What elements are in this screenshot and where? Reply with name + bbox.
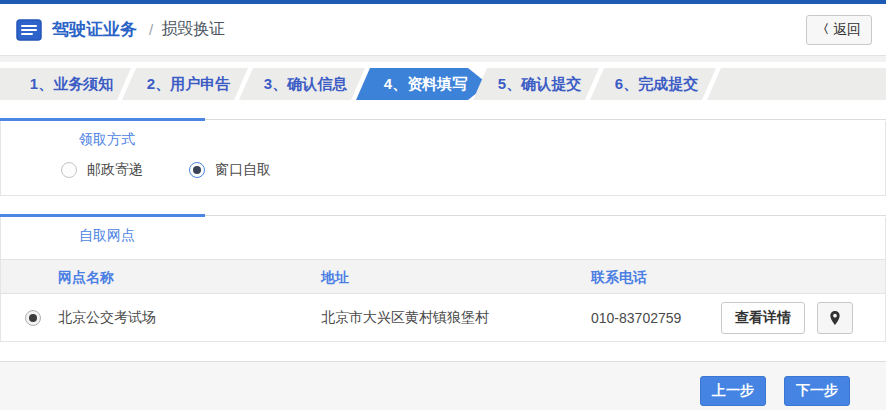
step-2-user-declaration[interactable]: 2、用户申告 <box>117 68 248 100</box>
step-3-confirm-info[interactable]: 3、确认信息 <box>234 68 365 100</box>
step-label: 2、用户申告 <box>117 68 248 100</box>
radio-unchecked-icon[interactable] <box>61 162 77 178</box>
step-bar-filler <box>702 68 886 100</box>
section-accent-underline <box>0 214 205 217</box>
section-accent-underline <box>0 118 205 121</box>
step-label: 1、业务须知 <box>0 68 131 100</box>
page-subtitle: 损毁换证 <box>161 19 225 40</box>
back-chevron-icon: 〈 <box>817 21 829 38</box>
radio-option-label: 邮政寄递 <box>87 161 143 179</box>
pickup-method-options: 邮政寄递 窗口自取 <box>1 157 885 195</box>
pickup-outlets-title: 自取网点 <box>1 217 885 253</box>
step-4-fill-materials-active[interactable]: 4、资料填写 <box>351 68 488 100</box>
row-radio-checked-icon[interactable] <box>25 310 41 326</box>
radio-checked-icon[interactable] <box>189 162 205 178</box>
outlet-address: 北京市大兴区黄村镇狼堡村 <box>321 309 489 327</box>
outlet-name: 北京公交考试场 <box>58 309 156 327</box>
column-header-outlet-name: 网点名称 <box>58 260 114 295</box>
step-label: 6、完成提交 <box>585 68 716 100</box>
outlet-table-row[interactable]: 北京公交考试场 北京市大兴区黄村镇狼堡村 010-83702759 查看详情 <box>1 294 885 341</box>
id-card-list-icon <box>16 19 42 41</box>
page-header: 驾驶证业务 / 损毁换证 〈 返回 <box>0 4 886 56</box>
step-5-confirm-submit[interactable]: 5、确认提交 <box>468 68 599 100</box>
location-pin-icon <box>828 310 842 326</box>
radio-option-window-pickup[interactable]: 窗口自取 <box>189 161 271 179</box>
next-step-button[interactable]: 下一步 <box>784 376 850 406</box>
next-step-label: 下一步 <box>796 382 838 400</box>
radio-option-label: 窗口自取 <box>215 161 271 179</box>
outlet-phone: 010-83702759 <box>591 310 681 326</box>
pickup-method-section: 领取方式 邮政寄递 窗口自取 <box>0 118 886 196</box>
step-label: 4、资料填写 <box>351 68 488 100</box>
pickup-outlets-section: 自取网点 网点名称 地址 联系电话 北京公交考试场 北京市大兴区黄村镇狼堡村 0… <box>0 214 886 342</box>
outlets-table-header: 网点名称 地址 联系电话 <box>1 259 885 294</box>
back-button-label: 返回 <box>833 21 861 39</box>
previous-step-button[interactable]: 上一步 <box>700 376 766 406</box>
view-details-label: 查看详情 <box>735 309 791 327</box>
column-header-address: 地址 <box>321 260 349 295</box>
step-label: 5、确认提交 <box>468 68 599 100</box>
step-1-business-notice[interactable]: 1、业务须知 <box>0 68 131 100</box>
step-label: 3、确认信息 <box>234 68 365 100</box>
pickup-method-title: 领取方式 <box>1 121 885 157</box>
radio-option-postal-delivery[interactable]: 邮政寄递 <box>61 161 143 179</box>
step-wizard: 1、业务须知 2、用户申告 3、确认信息 4、资料填写 5、确认提交 6、完成提… <box>0 68 886 100</box>
step-6-complete-submit[interactable]: 6、完成提交 <box>585 68 716 100</box>
map-location-button[interactable] <box>817 302 853 334</box>
column-header-phone: 联系电话 <box>591 260 647 295</box>
back-button[interactable]: 〈 返回 <box>806 15 872 45</box>
view-details-button[interactable]: 查看详情 <box>721 302 805 334</box>
page-title: 驾驶证业务 <box>52 18 137 41</box>
previous-step-label: 上一步 <box>712 382 754 400</box>
breadcrumb-separator: / <box>149 21 153 38</box>
wizard-footer: 上一步 下一步 <box>0 361 886 410</box>
header-divider-band <box>0 56 886 62</box>
